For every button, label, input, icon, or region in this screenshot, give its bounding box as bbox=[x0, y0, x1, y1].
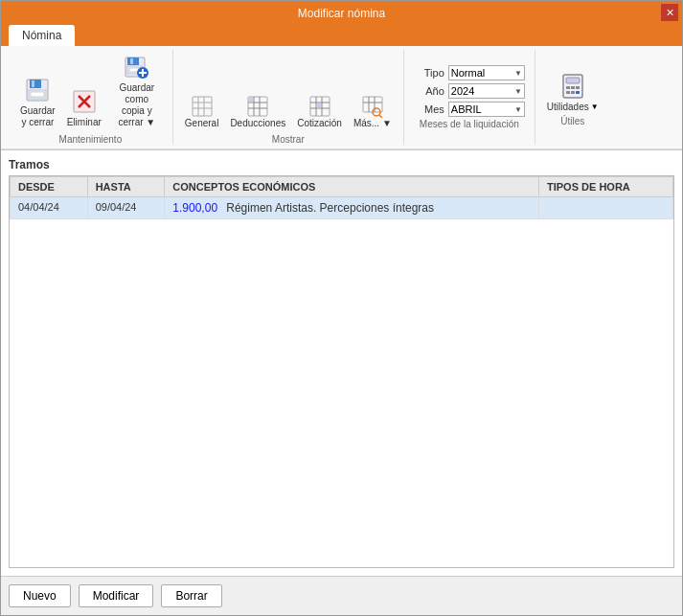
fields-section: Tipo Normal Extra Especial Año 2023 bbox=[404, 50, 535, 145]
svg-rect-4 bbox=[31, 92, 44, 97]
cell-tipos-hora bbox=[538, 197, 672, 219]
cell-amount: 1.900,00 bbox=[172, 201, 217, 215]
tipo-select-wrapper: Normal Extra Especial bbox=[448, 65, 525, 80]
svg-rect-1 bbox=[30, 80, 41, 88]
savecopy-icon bbox=[122, 52, 152, 82]
guardar-copia-label: Guardar como copia y cerrar ▼ bbox=[113, 82, 161, 128]
calculator-icon bbox=[558, 71, 588, 102]
footer: Nuevo Modificar Borrar bbox=[1, 576, 682, 615]
cotizacion-label: Cotización bbox=[297, 118, 342, 128]
modificar-button[interactable]: Modificar bbox=[79, 584, 154, 607]
svg-rect-2 bbox=[32, 80, 34, 87]
cell-desde: 04/04/24 bbox=[11, 197, 88, 219]
eliminar-label: Eliminar bbox=[67, 117, 102, 128]
col-desde: DESDE bbox=[11, 177, 88, 197]
ano-select-wrapper: 2023 2024 2025 bbox=[448, 83, 525, 99]
group-mostrar-label: Mostrar bbox=[272, 134, 305, 145]
tipo-select[interactable]: Normal Extra Especial bbox=[448, 65, 525, 80]
tramos-table: DESDE HASTA CONCEPTOS ECONÓMICOS TIPOS D… bbox=[10, 176, 673, 219]
ano-label: Año bbox=[414, 85, 444, 97]
svg-rect-40 bbox=[566, 78, 580, 83]
guardar-button[interactable]: Guardar y cerrar bbox=[16, 73, 59, 130]
table-container: DESDE HASTA CONCEPTOS ECONÓMICOS TIPOS D… bbox=[9, 175, 674, 568]
general-label: General bbox=[185, 118, 219, 128]
ribbon-tabs: Nómina bbox=[1, 25, 682, 46]
svg-rect-42 bbox=[571, 86, 575, 89]
col-conceptos: CONCEPTOS ECONÓMICOS bbox=[165, 177, 539, 197]
deducciones-button[interactable]: Deducciones bbox=[226, 93, 289, 130]
ano-row: Año 2023 2024 2025 bbox=[414, 83, 525, 99]
utilidades-label-row: Utilidades ▼ bbox=[547, 102, 599, 112]
cotizacion-button[interactable]: Cotización bbox=[293, 93, 346, 130]
cell-conceptos: 1.900,00 Régimen Artistas. Percepciones … bbox=[165, 197, 539, 219]
ribbon-content: Guardar y cerrar Eliminar bbox=[1, 46, 682, 149]
fields-section-label: Meses de la liquidación bbox=[414, 119, 525, 129]
eliminar-button[interactable]: Eliminar bbox=[63, 84, 105, 130]
svg-rect-10 bbox=[130, 58, 133, 64]
borrar-button[interactable]: Borrar bbox=[161, 584, 221, 607]
mas-label: Más... ▼ bbox=[353, 118, 392, 128]
utilidades-arrow: ▼ bbox=[591, 103, 599, 111]
cell-conceptos-text: Régimen Artistas. Percepciones íntegras bbox=[226, 201, 434, 215]
general-icon bbox=[191, 95, 214, 118]
main-content: Tramos DESDE HASTA CONCEPTOS ECONÓMICOS … bbox=[1, 150, 682, 576]
title-bar: Modificar nómina ✕ bbox=[1, 1, 682, 25]
utilidades-section: Utilidades ▼ Útiles bbox=[535, 50, 610, 145]
cell-hasta: 09/04/24 bbox=[87, 197, 165, 219]
mes-select[interactable]: ENERO FEBRERO MARZO ABRIL MAYO JUNIO bbox=[448, 102, 525, 117]
group-mantenimiento-content: Guardar y cerrar Eliminar bbox=[16, 50, 165, 130]
ribbon: Nómina bbox=[1, 25, 682, 150]
svg-rect-46 bbox=[576, 91, 580, 94]
svg-rect-41 bbox=[566, 86, 570, 89]
group-mantenimiento-label: Mantenimiento bbox=[59, 134, 123, 145]
mes-select-wrapper: ENERO FEBRERO MARZO ABRIL MAYO JUNIO bbox=[448, 102, 525, 117]
group-mostrar-content: General bbox=[181, 50, 396, 130]
close-button[interactable]: ✕ bbox=[661, 4, 678, 21]
mas-icon bbox=[361, 95, 384, 118]
svg-rect-16 bbox=[193, 97, 212, 116]
save-icon bbox=[22, 75, 53, 105]
window-title: Modificar nómina bbox=[298, 7, 385, 20]
tipo-label: Tipo bbox=[414, 67, 444, 79]
table-row[interactable]: 04/04/24 09/04/24 1.900,00 Régimen Artis… bbox=[11, 197, 673, 219]
mes-label: Mes bbox=[414, 103, 444, 115]
col-tipos-hora: TIPOS DE HORA bbox=[538, 177, 672, 197]
utiles-label: Útiles bbox=[560, 116, 584, 126]
guardar-label: Guardar y cerrar bbox=[20, 105, 56, 128]
cotizacion-icon bbox=[308, 95, 331, 118]
tipo-row: Tipo Normal Extra Especial bbox=[414, 65, 525, 80]
main-window: Modificar nómina ✕ Nómina bbox=[0, 0, 683, 616]
svg-rect-32 bbox=[317, 103, 321, 107]
svg-rect-45 bbox=[571, 91, 575, 94]
svg-rect-26 bbox=[249, 98, 253, 102]
deducciones-icon bbox=[246, 95, 269, 118]
table-header-row: DESDE HASTA CONCEPTOS ECONÓMICOS TIPOS D… bbox=[11, 177, 673, 197]
deducciones-label: Deducciones bbox=[230, 118, 285, 128]
mes-row: Mes ENERO FEBRERO MARZO ABRIL MAYO JUNIO bbox=[414, 102, 525, 117]
nuevo-button[interactable]: Nuevo bbox=[9, 584, 71, 607]
guardar-copia-button[interactable]: Guardar como copia y cerrar ▼ bbox=[109, 50, 165, 130]
group-mostrar: General bbox=[173, 50, 404, 145]
tab-nomina[interactable]: Nómina bbox=[9, 25, 75, 46]
svg-rect-43 bbox=[576, 86, 580, 89]
mas-button[interactable]: Más... ▼ bbox=[350, 93, 396, 130]
general-button[interactable]: General bbox=[181, 93, 223, 130]
section-title: Tramos bbox=[9, 158, 674, 171]
utilidades-button[interactable]: Utilidades ▼ bbox=[543, 69, 603, 114]
svg-rect-44 bbox=[566, 91, 570, 94]
delete-icon bbox=[69, 86, 100, 117]
group-mantenimiento: Guardar y cerrar Eliminar bbox=[9, 50, 173, 145]
utilidades-label: Utilidades bbox=[547, 102, 589, 112]
ano-select[interactable]: 2023 2024 2025 bbox=[448, 83, 525, 99]
col-hasta: HASTA bbox=[87, 177, 165, 197]
